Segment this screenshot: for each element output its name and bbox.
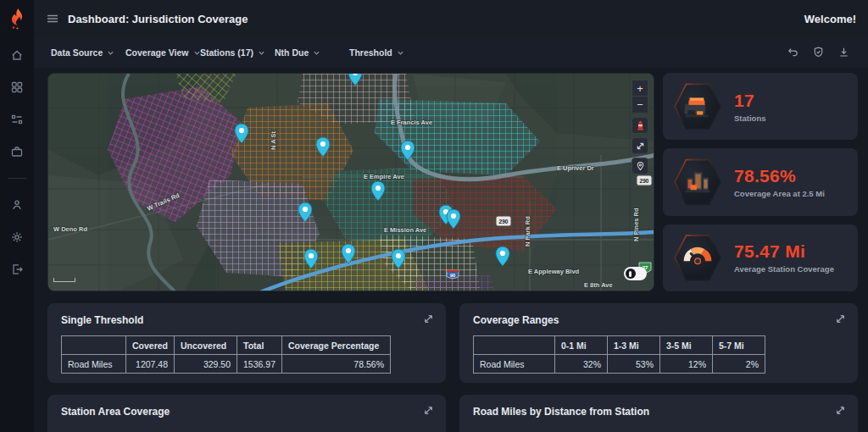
street-label: W Deno Rd	[53, 225, 87, 233]
download-icon[interactable]	[837, 46, 851, 59]
street-label: E Mission Ave	[384, 226, 426, 234]
panel-title: Station Area Coverage	[61, 406, 432, 418]
sidebar-item-dashboards[interactable]	[9, 80, 25, 95]
th-3-5: 3-5 Mi	[660, 336, 713, 355]
app-root: Dashboard: Jurisdiction Coverage Welcome…	[0, 0, 868, 432]
stat-value: 75.47 Mi	[734, 241, 834, 262]
dropdown-coverage-view[interactable]: Coverage View	[125, 47, 200, 58]
panel-coverage-ranges: Coverage Ranges 0-1 Mi 1-3 Mi 3-5 Mi 5-7…	[459, 303, 858, 383]
street-label: E Upriver Dr	[557, 164, 594, 172]
welcome-text: Welcome!	[804, 13, 856, 25]
city-buildings-icon	[673, 158, 722, 207]
svg-text:90: 90	[450, 273, 455, 278]
stat-card-stations: 17 Stations	[663, 73, 858, 140]
cell-1-3: 53%	[608, 355, 660, 374]
panel-title: Road Miles by Distance from Station	[473, 406, 844, 418]
panel-road-miles-by-distance: Road Miles by Distance from Station	[459, 395, 858, 432]
sidebar-item-logout[interactable]	[9, 262, 25, 277]
street-label: N A St	[270, 131, 277, 150]
table-row: Road Miles 32% 53% 12% 2%	[474, 355, 765, 374]
sidebar	[0, 0, 34, 432]
top-header: Dashboard: Jurisdiction Coverage Welcome…	[34, 0, 868, 37]
locate-button[interactable]	[632, 158, 648, 174]
expand-icon[interactable]	[423, 313, 434, 324]
shield-check-icon[interactable]	[812, 46, 826, 59]
expand-icon[interactable]	[835, 313, 846, 324]
dropdown-stations[interactable]: Stations (17)	[200, 47, 275, 58]
th-5-7: 5-7 Mi	[713, 336, 765, 355]
sidebar-item-options[interactable]	[9, 112, 25, 127]
svg-text:290: 290	[640, 178, 649, 184]
cell-5-7: 2%	[713, 355, 765, 374]
stat-card-coverage-area: 78.56% Coverage Area at 2.5 Mi	[663, 148, 858, 215]
th-blank	[474, 336, 555, 355]
fire-station-icon	[673, 82, 722, 131]
th-covered: Covered	[126, 336, 175, 355]
location-pin-icon	[636, 161, 645, 171]
panel-single-threshold: Single Threshold Covered Uncovered Total…	[47, 303, 446, 383]
dropdown-data-source[interactable]: Data Source	[51, 47, 125, 58]
panel-station-area-coverage: Station Area Coverage	[47, 395, 446, 432]
street-label: E Appleway Blvd	[528, 268, 580, 275]
expand-icon[interactable]	[423, 405, 434, 416]
th-uncovered: Uncovered	[175, 336, 237, 355]
street-label: E Francis Ave	[391, 119, 432, 126]
street-label: N Park Rd	[524, 216, 531, 246]
map-scale-bar	[53, 278, 75, 282]
stat-label: Average Station Coverage	[734, 264, 834, 274]
toggle-knob	[626, 269, 636, 279]
basemap-toggle[interactable]	[624, 267, 647, 280]
cell-coverage-percentage: 78.56%	[281, 355, 390, 374]
stat-label: Stations	[734, 114, 765, 123]
fullscreen-button[interactable]	[632, 137, 648, 154]
street-label: E Empire Ave	[364, 173, 404, 180]
sidebar-divider	[8, 178, 26, 179]
stat-value: 78.56%	[734, 166, 825, 186]
filter-toolbar: Data Source Coverage View Stations (17) …	[34, 37, 868, 68]
sidebar-item-home[interactable]	[9, 47, 25, 63]
single-threshold-table: Covered Uncovered Total Coverage Percent…	[61, 335, 391, 374]
table-row: Road Miles 1207.48 329.50 1536.97 78.56%	[62, 355, 391, 374]
panel-title: Single Threshold	[61, 314, 432, 326]
menu-icon[interactable]	[46, 12, 59, 25]
stats-column: 17 Stations 78.56% Coverage Area at 2.5 …	[663, 73, 858, 291]
coverage-map[interactable]: E Francis Ave E Upriver Dr E Empire Ave …	[47, 73, 654, 291]
cell-row-label: Road Miles	[474, 355, 555, 374]
map-canvas[interactable]: E Francis Ave E Upriver Dr E Empire Ave …	[48, 74, 654, 291]
svg-text:290: 290	[499, 219, 509, 224]
cell-uncovered: 329.50	[175, 355, 237, 374]
panel-title: Coverage Ranges	[473, 314, 844, 326]
stat-card-avg-coverage: 75.47 Mi Average Station Coverage	[663, 224, 858, 291]
hydrant-icon	[636, 120, 645, 130]
dropdown-nth-due[interactable]: Nth Due	[275, 47, 349, 58]
zoom-out-button[interactable]: −	[632, 97, 648, 114]
cell-covered: 1207.48	[126, 355, 175, 374]
chevron-down-icon	[258, 49, 265, 57]
street-label: E 8th Ave	[584, 281, 613, 289]
th-1-3: 1-3 Mi	[608, 336, 660, 355]
zoom-in-button[interactable]: +	[632, 80, 648, 97]
sidebar-item-settings[interactable]	[9, 230, 25, 245]
undo-icon[interactable]	[787, 46, 800, 59]
chevron-down-icon	[107, 49, 114, 57]
th-coverage-percentage: Coverage Percentage	[281, 336, 390, 355]
th-0-1: 0-1 Mi	[555, 336, 608, 355]
expand-icon[interactable]	[835, 405, 846, 416]
sidebar-item-user[interactable]	[9, 197, 25, 213]
th-total: Total	[237, 336, 282, 355]
cell-total: 1536.97	[237, 355, 282, 374]
chevron-down-icon	[313, 49, 320, 57]
th-blank	[62, 336, 126, 355]
cell-0-1: 32%	[555, 355, 608, 374]
cell-row-label: Road Miles	[62, 355, 126, 374]
route-shield-290: 290	[637, 175, 652, 186]
gauge-icon	[673, 233, 722, 282]
route-shield-290: 290	[496, 216, 511, 226]
dropdown-threshold[interactable]: Threshold	[349, 47, 424, 58]
coverage-ranges-table: 0-1 Mi 1-3 Mi 3-5 Mi 5-7 Mi Road Miles 3…	[473, 335, 765, 374]
sidebar-item-projects[interactable]	[9, 144, 25, 159]
hydrant-layer-button[interactable]	[632, 117, 648, 134]
page-title: Dashboard: Jurisdiction Coverage	[68, 13, 248, 25]
map-controls: + −	[632, 80, 648, 174]
stat-label: Coverage Area at 2.5 Mi	[734, 189, 825, 198]
